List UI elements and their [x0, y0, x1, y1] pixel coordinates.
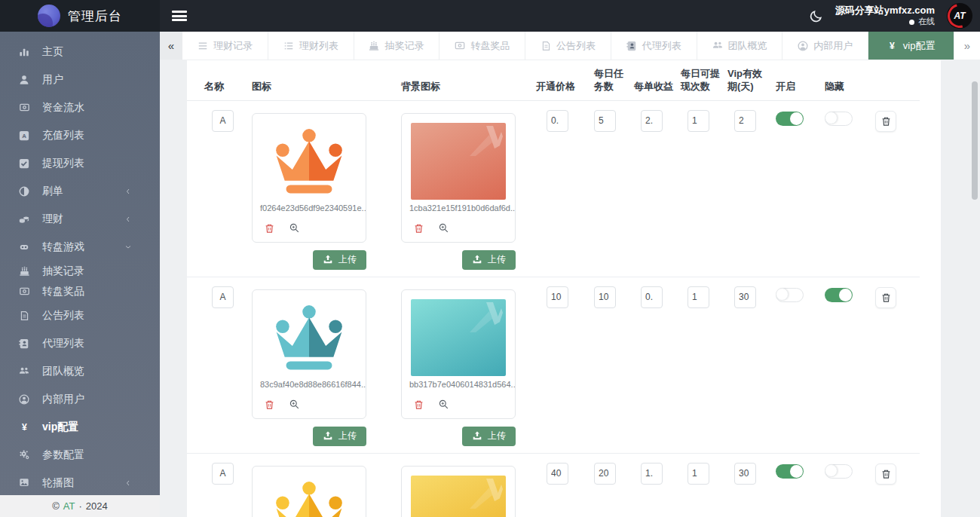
tab-内部用户[interactable]: 内部用户: [782, 32, 868, 60]
icon-image-card: f0264e23d56df9e2340591e...: [252, 113, 366, 243]
sidebar-item-轮播图[interactable]: 轮播图: [0, 469, 160, 495]
daily-tasks-input[interactable]: [594, 110, 616, 132]
daily-tasks-input[interactable]: [594, 286, 616, 308]
sidebar-item-公告列表[interactable]: 公告列表: [0, 301, 160, 329]
order-profit-input[interactable]: [641, 286, 663, 308]
hide-toggle[interactable]: [825, 112, 853, 126]
sidebar-item-label: 用户: [42, 73, 63, 87]
enable-toggle[interactable]: [776, 112, 804, 126]
search-plus-icon[interactable]: [439, 399, 449, 410]
tab-团队概览[interactable]: 团队概览: [697, 32, 783, 60]
hide-toggle[interactable]: [825, 464, 853, 479]
icon-upload-button[interactable]: 上传: [313, 427, 366, 446]
vip-table-row: 上传 上传: [187, 454, 920, 517]
crown-image: [262, 476, 357, 517]
vip-table-row: f0264e23d56df9e2340591e...上传 1cba321e15f…: [187, 101, 920, 277]
tab-vip配置[interactable]: ¥vip配置: [868, 32, 954, 60]
sidebar-item-label: 理财: [42, 213, 63, 226]
sidebar-item-label: 团队概览: [42, 365, 84, 378]
sidebar-item-代理列表[interactable]: 代理列表: [0, 329, 160, 357]
tab-label: vip配置: [903, 39, 936, 53]
upload-icon: [323, 255, 333, 265]
sidebar-item-转盘奖品[interactable]: 转盘奖品: [0, 281, 160, 301]
search-plus-icon[interactable]: [439, 223, 449, 234]
online-status: 在线: [835, 17, 935, 27]
file-icon: [541, 41, 551, 51]
footer-year: 2024: [86, 500, 108, 512]
vip-name-input[interactable]: [212, 286, 234, 308]
sidebar-item-转盘游戏[interactable]: 转盘游戏: [0, 233, 160, 261]
trash-icon[interactable]: [265, 223, 274, 234]
column-header: 开通价格: [536, 81, 594, 93]
delete-row-button[interactable]: [875, 463, 896, 485]
vip-name-input[interactable]: [212, 463, 234, 485]
daily-tasks-input[interactable]: [594, 463, 616, 485]
trash-icon[interactable]: [414, 223, 424, 234]
order-profit-input[interactable]: [641, 463, 663, 485]
chart-bar-icon: [18, 46, 30, 58]
tabs-scroll-left-icon[interactable]: «: [160, 32, 182, 60]
delete-row-button[interactable]: [875, 287, 896, 308]
delete-row-button[interactable]: [875, 111, 896, 132]
withdraw-times-input[interactable]: [688, 463, 709, 485]
tab-list: 理财记录理财列表抽奖记录转盘奖品公告列表代理列表团队概览内部用户¥vip配置: [182, 32, 954, 60]
column-header: 背景图标: [401, 81, 536, 93]
svg-text:¥: ¥: [22, 422, 27, 433]
enable-toggle[interactable]: [776, 288, 804, 302]
hide-toggle[interactable]: [825, 288, 853, 302]
search-plus-icon[interactable]: [289, 399, 299, 410]
order-profit-input[interactable]: [641, 110, 663, 132]
money-icon: [18, 286, 30, 298]
sidebar-item-资金流水[interactable]: 资金流水: [0, 93, 160, 121]
footer-separator: ·: [78, 500, 81, 512]
sidebar-item-团队概览[interactable]: 团队概览: [0, 357, 160, 385]
tab-label: 公告列表: [556, 39, 596, 53]
tabs-scroll-right-icon[interactable]: »: [954, 32, 980, 60]
trash-icon[interactable]: [265, 399, 274, 410]
tab-代理列表[interactable]: 代理列表: [611, 32, 697, 60]
sidebar-item-主页[interactable]: 主页: [0, 38, 160, 66]
tab-公告列表[interactable]: 公告列表: [525, 32, 611, 60]
tab-抽奖记录[interactable]: 抽奖记录: [354, 32, 440, 60]
users-icon: [18, 366, 30, 378]
copyright-symbol: ©: [52, 500, 60, 512]
background-upload-button[interactable]: 上传: [462, 250, 516, 270]
sidebar-toggle-icon[interactable]: [172, 11, 187, 21]
sidebar-item-参数配置[interactable]: 参数配置: [0, 441, 160, 469]
sidebar-item-提现列表[interactable]: 提现列表: [0, 149, 160, 177]
sidebar-item-充值列表[interactable]: A充值列表: [0, 121, 160, 149]
trash-icon[interactable]: [414, 399, 424, 410]
sidebar-item-用户[interactable]: 用户: [0, 66, 160, 93]
tab-理财记录[interactable]: 理财记录: [182, 32, 268, 60]
background-image-card: 1cba321e15f191b0d6daf6d...: [401, 113, 516, 243]
image-filename: 83c9af40e8d88e86616f844...: [253, 380, 366, 389]
withdraw-times-input[interactable]: [688, 110, 709, 132]
validity-days-input[interactable]: [734, 463, 756, 485]
validity-days-input[interactable]: [734, 286, 756, 308]
crown-image: [262, 299, 357, 376]
search-plus-icon[interactable]: [289, 223, 299, 234]
icon-upload-button[interactable]: 上传: [313, 250, 366, 270]
withdraw-times-input[interactable]: [688, 286, 709, 308]
tab-理财列表[interactable]: 理财列表: [268, 32, 354, 60]
background-upload-button[interactable]: 上传: [462, 427, 516, 446]
sidebar-item-理财[interactable]: 理财: [0, 205, 160, 233]
tab-label: 团队概览: [728, 39, 767, 53]
validity-days-input[interactable]: [734, 110, 756, 132]
user-avatar[interactable]: AT: [947, 3, 972, 29]
dark-mode-moon-icon[interactable]: [809, 9, 823, 23]
vip-name-input[interactable]: [212, 110, 234, 132]
sidebar-item-内部用户[interactable]: 内部用户: [0, 385, 160, 413]
price-input[interactable]: [547, 463, 568, 485]
image-filename: 1cba321e15f191b0d6daf6d...: [402, 203, 515, 213]
sidebar-item-抽奖记录[interactable]: 抽奖记录: [0, 261, 160, 281]
tab-转盘奖品[interactable]: 转盘奖品: [439, 32, 525, 60]
vip-table-row: 83c9af40e8d88e86616f844...上传 bb317b7e040…: [187, 277, 920, 454]
enable-toggle[interactable]: [776, 464, 804, 479]
price-input[interactable]: [547, 286, 568, 308]
price-input[interactable]: [547, 110, 568, 132]
sidebar-item-vip配置[interactable]: ¥vip配置: [0, 413, 160, 441]
vertical-scrollbar[interactable]: [972, 81, 978, 200]
background-image-card: bb317b7e0406014831d564...: [401, 289, 516, 419]
sidebar-item-刷单[interactable]: 刷单: [0, 177, 160, 205]
